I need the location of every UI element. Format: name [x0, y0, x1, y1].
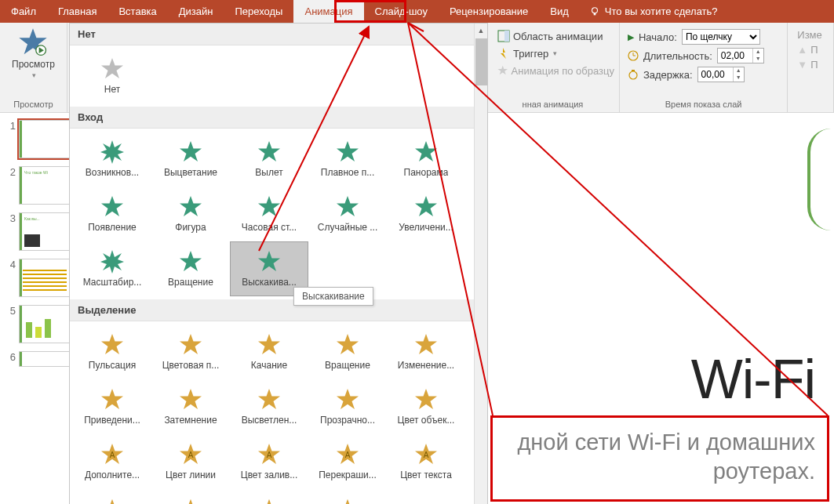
group-preview-label: Просмотр: [13, 98, 53, 112]
anim-emphasis-extra-0[interactable]: Ж: [73, 495, 151, 504]
thumb-slide-5[interactable]: [19, 305, 71, 343]
anim-item-label: Плавное п...: [321, 167, 374, 178]
reorder-label-3: П: [810, 59, 818, 71]
start-select[interactable]: По щелчку: [682, 29, 760, 45]
anim-emphasis-7[interactable]: Высветлен...: [230, 379, 308, 434]
anim-emphasis-8[interactable]: Прозрачно...: [308, 379, 387, 434]
anim-entrance-9[interactable]: Увеличени...: [387, 187, 465, 241]
reorder-row1[interactable]: Изме: [792, 27, 829, 42]
slide-title-text[interactable]: Wi-Fi: [691, 348, 815, 411]
svg-marker-17: [501, 48, 506, 59]
anim-entrance-4[interactable]: Панорама: [387, 132, 465, 187]
trigger-button[interactable]: Триггер▾: [491, 45, 614, 62]
lightbulb-icon: [589, 6, 600, 17]
duration-input[interactable]: [718, 50, 752, 61]
star-icon: [336, 333, 359, 357]
anim-entrance-0[interactable]: Возникнов...: [73, 132, 151, 187]
tell-me[interactable]: Что вы хотите сделать?: [580, 0, 727, 23]
thumb-number: 5: [6, 305, 16, 317]
thumb-slide-6[interactable]: [19, 351, 71, 367]
clock-icon: [628, 50, 639, 61]
svg-text:A: A: [345, 451, 351, 459]
anim-entrance-7[interactable]: Часовая ст...: [230, 187, 308, 241]
spin-down-icon[interactable]: ▼: [734, 74, 744, 82]
scroll-thumb[interactable]: [475, 38, 487, 85]
thumb-number: 6: [6, 351, 16, 363]
thumb-slide-4[interactable]: [19, 259, 71, 297]
delay-input[interactable]: [698, 69, 733, 80]
anim-emphasis-10[interactable]: A Дополните...: [73, 434, 151, 489]
anim-emphasis-2[interactable]: Качание: [230, 325, 308, 379]
svg-text:A: A: [110, 451, 115, 459]
anim-entrance-1[interactable]: Выцветание: [151, 132, 230, 187]
thumb-slide-1[interactable]: [19, 120, 71, 158]
anim-emphasis-6[interactable]: Затемнение: [151, 379, 230, 434]
anim-emphasis-1[interactable]: Цветовая п...: [151, 325, 230, 379]
tab-home[interactable]: Главная: [47, 0, 107, 23]
svg-point-2: [592, 7, 597, 13]
anim-emphasis-13[interactable]: A Перекраши...: [308, 434, 387, 489]
anim-item-label: Высветлен...: [242, 415, 297, 426]
slide-sub-line1: дной сети Wi-Fi и домашних: [517, 430, 815, 455]
anim-entrance-8[interactable]: Случайные ...: [308, 187, 387, 241]
anim-emphasis-14[interactable]: A Цвет текста: [387, 434, 465, 489]
anim-item-label: Вращение: [168, 277, 213, 288]
star-icon: Ж: [260, 499, 278, 504]
anim-emphasis-0[interactable]: Пульсация: [73, 325, 151, 379]
thumb-slide-3[interactable]: Как вы...: [19, 212, 71, 251]
tab-view[interactable]: Вид: [539, 0, 580, 23]
tab-insert[interactable]: Вставка: [107, 0, 167, 23]
thumb-slide-2[interactable]: Что такое Wi: [19, 166, 71, 205]
anim-entrance-10[interactable]: Масштабир...: [73, 241, 151, 296]
duration-spinner[interactable]: ▲▼: [717, 48, 764, 63]
gallery-section-entrance: Вход: [70, 107, 487, 129]
gallery-scrollbar[interactable]: ▲ ▼: [474, 24, 487, 504]
anim-emphasis-12[interactable]: A Цвет залив...: [230, 434, 308, 489]
anim-item-label: Изменение...: [398, 360, 454, 371]
anim-emphasis-11[interactable]: A Цвет линии: [151, 434, 230, 489]
anim-emphasis-extra-2[interactable]: Ж: [230, 495, 308, 504]
tab-review[interactable]: Рецензирование: [439, 0, 539, 23]
anim-emphasis-9[interactable]: Цвет объек...: [387, 379, 465, 434]
anim-entrance-5[interactable]: Появление: [73, 187, 151, 241]
preview-button[interactable]: Просмотр ▾: [12, 24, 55, 79]
slide-subtitle-text[interactable]: дной сети Wi-Fi и домашних роутерах.: [517, 428, 815, 487]
tab-animation[interactable]: Анимация: [293, 0, 363, 23]
animation-pane-label: Область анимации: [513, 31, 603, 42]
anim-entrance-11[interactable]: Вращение: [151, 241, 230, 296]
anim-none[interactable]: Нет: [73, 49, 151, 103]
svg-text:A: A: [267, 451, 272, 459]
spin-up-icon[interactable]: ▲: [753, 49, 763, 56]
anim-item-label: Случайные ...: [318, 222, 378, 233]
start-label: Начало:: [639, 31, 677, 43]
anim-entrance-2[interactable]: Вылет: [230, 132, 308, 187]
anim-emphasis-5[interactable]: Приведени...: [73, 379, 151, 434]
star-icon: [414, 140, 438, 164]
star-icon: Ж: [182, 499, 199, 504]
tab-transitions[interactable]: Переходы: [224, 0, 293, 23]
anim-entrance-3[interactable]: Плавное п...: [308, 132, 387, 187]
animation-pane-button[interactable]: Область анимации: [491, 27, 614, 45]
spin-up-icon[interactable]: ▲: [734, 67, 744, 74]
scroll-up-icon[interactable]: ▲: [475, 24, 487, 37]
anim-entrance-6[interactable]: Фигура: [151, 187, 230, 241]
chevron-down-icon: ▾: [32, 71, 36, 79]
delay-spinner[interactable]: ▲▼: [697, 67, 745, 82]
star-icon: [100, 140, 124, 164]
spin-down-icon[interactable]: ▼: [753, 56, 763, 63]
anim-emphasis-extra-1[interactable]: Ж: [151, 495, 230, 504]
svg-point-21: [629, 71, 637, 79]
anim-emphasis-extra-3[interactable]: Ж: [308, 495, 387, 504]
tab-file[interactable]: Файл: [0, 0, 47, 23]
anim-item-label: Цвет линии: [166, 470, 216, 480]
anim-emphasis-3[interactable]: Вращение: [308, 325, 387, 379]
tab-design[interactable]: Дизайн: [168, 0, 224, 23]
anim-item-label: Пульсация: [89, 360, 136, 371]
tab-slideshow[interactable]: Слайд-шоу: [364, 0, 439, 23]
group-reorder: Изме ▲П ▼П: [788, 23, 834, 112]
anim-emphasis-4[interactable]: Изменение...: [387, 325, 465, 379]
animation-gallery: Нет Нет Вход Возникнов... Выцветание Выл…: [69, 23, 488, 504]
star-icon: [179, 388, 202, 412]
anim-label: Нет: [104, 84, 120, 95]
star-icon: A: [179, 443, 202, 466]
